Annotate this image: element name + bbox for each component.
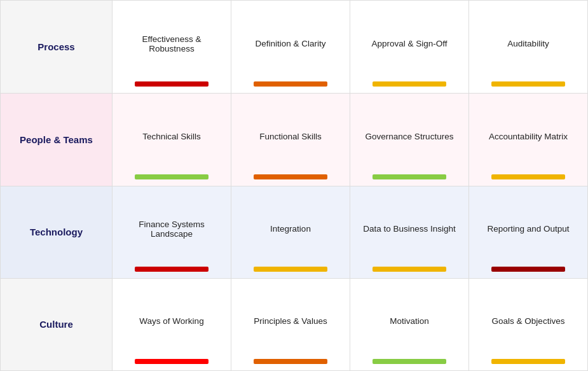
cell-color-bar <box>135 359 209 364</box>
cell-color-bar <box>135 174 209 179</box>
cell-3-0[interactable]: Ways of Working <box>112 278 231 370</box>
cell-color-bar <box>135 81 209 87</box>
cell-2-0[interactable]: Finance Systems Landscape <box>112 186 231 278</box>
cell-color-bar <box>254 81 327 87</box>
cell-text: Goals & Objectives <box>492 290 565 359</box>
cell-color-bar <box>373 267 446 272</box>
row-label-text: Culture <box>39 319 73 330</box>
cell-2-1[interactable]: Integration <box>231 186 350 278</box>
cell-text: Reporting and Output <box>487 198 569 267</box>
cell-0-1[interactable]: Definition & Clarity <box>231 1 350 93</box>
cell-text: Motivation <box>390 290 429 359</box>
row-label-process: Process <box>1 1 112 93</box>
cell-text: Definition & Clarity <box>255 12 325 81</box>
cell-2-2[interactable]: Data to Business Insight <box>350 186 468 278</box>
cell-text: Technical Skills <box>142 105 201 174</box>
cell-0-3[interactable]: Auditability <box>468 1 587 93</box>
cell-text: Governance Structures <box>366 105 454 174</box>
row-label-text: Technology <box>30 227 83 237</box>
cell-color-bar <box>373 359 446 364</box>
cell-text: Principles & Values <box>254 290 327 359</box>
row-label-text: People & Teams <box>20 134 93 145</box>
cell-1-0[interactable]: Technical Skills <box>112 93 231 185</box>
cell-color-bar <box>254 267 327 272</box>
row-label-technology: Technology <box>1 186 112 278</box>
cell-color-bar <box>373 81 446 87</box>
main-grid: ProcessEffectiveness & RobustnessDefinit… <box>0 0 588 371</box>
cell-1-3[interactable]: Accountability Matrix <box>468 93 587 185</box>
cell-3-1[interactable]: Principles & Values <box>231 278 350 370</box>
cell-color-bar <box>491 174 565 179</box>
cell-color-bar <box>254 174 327 179</box>
cell-1-2[interactable]: Governance Structures <box>350 93 468 185</box>
cell-color-bar <box>491 81 565 87</box>
cell-text: Accountability Matrix <box>489 105 568 174</box>
cell-text: Data to Business Insight <box>363 198 456 267</box>
cell-1-1[interactable]: Functional Skills <box>231 93 350 185</box>
cell-text: Effectiveness & Robustness <box>119 12 224 81</box>
cell-text: Approval & Sign-Off <box>371 12 447 81</box>
row-label-text: Process <box>38 41 74 52</box>
cell-color-bar <box>254 359 327 364</box>
cell-text: Integration <box>270 198 311 267</box>
cell-3-2[interactable]: Motivation <box>350 278 468 370</box>
cell-0-0[interactable]: Effectiveness & Robustness <box>112 1 231 93</box>
cell-3-3[interactable]: Goals & Objectives <box>468 278 587 370</box>
cell-text: Finance Systems Landscape <box>119 198 224 267</box>
cell-text: Auditability <box>507 12 549 81</box>
cell-text: Functional Skills <box>259 105 322 174</box>
cell-color-bar <box>491 267 565 272</box>
cell-0-2[interactable]: Approval & Sign-Off <box>350 1 468 93</box>
cell-2-3[interactable]: Reporting and Output <box>468 186 587 278</box>
row-label-culture: Culture <box>1 278 112 370</box>
cell-color-bar <box>135 267 209 272</box>
cell-color-bar <box>491 359 565 364</box>
cell-color-bar <box>373 174 446 179</box>
row-label-people: People & Teams <box>1 93 112 185</box>
cell-text: Ways of Working <box>139 290 203 359</box>
